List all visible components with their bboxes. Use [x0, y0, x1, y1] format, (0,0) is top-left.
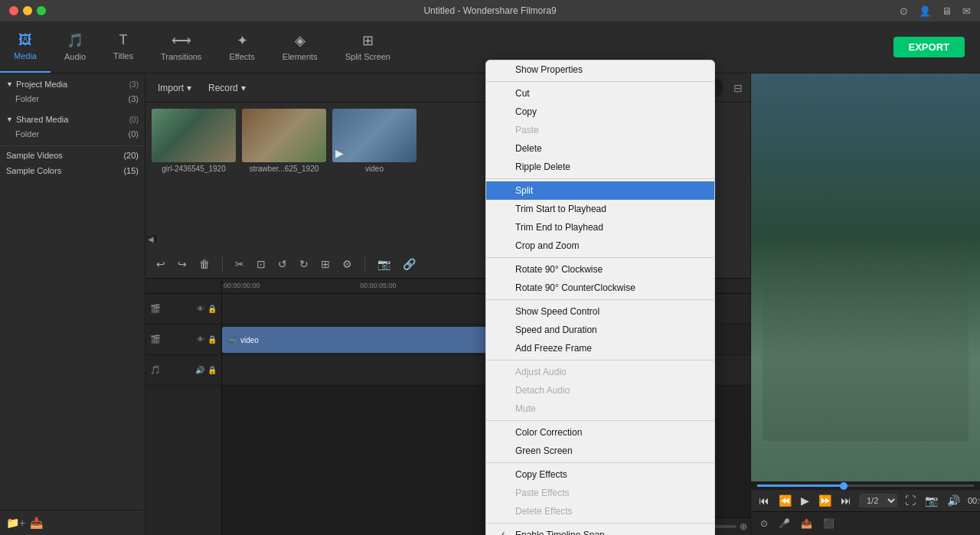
cm-freeze-frame[interactable]: Add Freeze Frame	[486, 339, 714, 357]
splitscreen-tab-icon: ⊞	[362, 32, 374, 49]
cm-copy-effects[interactable]: Copy Effects	[486, 465, 714, 484]
cut-button[interactable]: ✂	[232, 255, 247, 273]
new-folder-icon[interactable]: 📁+	[6, 517, 25, 529]
tab-splitscreen[interactable]: ⊞ Split Screen	[332, 21, 404, 73]
preview-skip-end-button[interactable]: ⏭	[839, 493, 853, 508]
sample-videos-count: (20)	[123, 151, 139, 160]
track2-visibility-button[interactable]: 👁	[197, 335, 204, 344]
preview-tool2[interactable]: 🎤	[776, 515, 793, 532]
cm-copy[interactable]: Copy	[486, 103, 714, 121]
delete-button[interactable]: 🗑	[196, 255, 213, 273]
cm-cut[interactable]: Cut	[486, 84, 714, 103]
cm-crop-zoom[interactable]: Crop and Zoom	[486, 237, 714, 255]
tab-effects[interactable]: ✦ Effects	[215, 21, 268, 73]
sample-colors-item[interactable]: Sample Colors (15)	[0, 163, 145, 178]
import-folder-icon[interactable]: 📥	[30, 517, 43, 529]
redo2-button[interactable]: ↻	[296, 255, 312, 273]
preview-tool4[interactable]: ⬛	[820, 515, 838, 532]
cm-show-properties[interactable]: Show Properties	[486, 60, 714, 79]
audio-track-icon[interactable]: 🔗	[400, 255, 419, 273]
cm-split[interactable]: Split	[486, 181, 714, 200]
preview-volume-button[interactable]: 🔊	[946, 493, 962, 508]
tab-titles[interactable]: T Titles	[100, 21, 147, 73]
cm-trim-end-label: Trim End to Playhead	[515, 222, 603, 233]
cm-separator-2	[486, 178, 714, 179]
cm-rotate-cw[interactable]: Rotate 90° Clockwise	[486, 260, 714, 279]
undo-button[interactable]: ↩	[153, 255, 168, 273]
shared-media-header[interactable]: ▼ Shared Media (0)	[0, 112, 145, 127]
preview-forward-button[interactable]: ⏩	[817, 493, 833, 508]
tab-elements[interactable]: ◈ Elements	[269, 21, 332, 73]
collapse-arrow-icon: ◀	[148, 235, 154, 243]
cm-ripple-delete[interactable]: Ripple Delete	[486, 158, 714, 176]
cm-mute: Mute	[486, 400, 714, 418]
settings-button[interactable]: ⚙	[339, 255, 355, 273]
crop-button[interactable]: ⊡	[253, 255, 269, 273]
preview-progress-bar[interactable]	[751, 481, 980, 490]
cm-crop-zoom-label: Crop and Zoom	[515, 240, 579, 251]
toolbar-divider	[222, 256, 223, 272]
preview-ratio-select[interactable]: 1/2 1/4 Full	[859, 494, 897, 507]
track1-visibility-button[interactable]: 👁	[197, 305, 204, 313]
cm-delete-label: Delete	[515, 143, 542, 154]
preview-tool3[interactable]: 📤	[798, 515, 815, 532]
track2-lock-button[interactable]: 🔒	[207, 335, 217, 344]
preview-progress-thumb	[840, 482, 848, 490]
tab-media[interactable]: 🖼 Media	[0, 21, 51, 73]
media-thumbnail[interactable]: strawber...625_1920	[242, 109, 326, 173]
cm-trim-end[interactable]: Trim End to Playhead	[486, 218, 714, 237]
cm-trim-start[interactable]: Trim Start to Playhead	[486, 200, 714, 218]
media-thumbnail[interactable]: ▶ video	[332, 109, 416, 173]
sample-videos-item[interactable]: Sample Videos (20)	[0, 148, 145, 163]
tab-transitions[interactable]: ⟷ Transitions	[147, 21, 215, 73]
preview-back-button[interactable]: ⏪	[777, 493, 793, 508]
shared-folder-label: Folder	[15, 129, 39, 139]
cm-rotate-ccw-label: Rotate 90° CounterClockwise	[515, 282, 635, 293]
preview-snapshot-button[interactable]: 📷	[923, 493, 939, 508]
track1-lock-button[interactable]: 🔒	[207, 305, 217, 313]
preview-fullscreen-button[interactable]: ⛶	[903, 493, 917, 508]
cm-enable-snap[interactable]: ✓ Enable Timeline Snap	[486, 526, 714, 535]
toolbar-divider2	[364, 256, 365, 272]
video-track-icon[interactable]: 📷	[374, 255, 394, 273]
panel-collapse-button[interactable]: ◀	[145, 235, 156, 243]
filter-icon[interactable]: ⊟	[733, 82, 743, 94]
cm-freeze-frame-label: Add Freeze Frame	[515, 343, 592, 354]
shared-media-folder[interactable]: Folder (0)	[0, 127, 145, 141]
audio-volume-button[interactable]: 🔊	[195, 366, 204, 374]
preview-progress-track[interactable]	[757, 484, 974, 487]
cm-green-screen[interactable]: Green Screen	[486, 442, 714, 460]
cm-copy-label: Copy	[515, 106, 537, 117]
cm-speed-duration[interactable]: Speed and Duration	[486, 321, 714, 339]
zoom-in-button[interactable]: ⊕	[740, 521, 747, 532]
project-media-header[interactable]: ▼ Project Media (3)	[0, 77, 145, 92]
cm-color-correction[interactable]: Color Correction	[486, 423, 714, 442]
export-button[interactable]: EXPORT	[893, 37, 965, 57]
preview-skip-start-button[interactable]: ⏮	[757, 493, 771, 508]
preview-people	[763, 196, 969, 441]
track2-header: 🎬 👁 🔒	[145, 325, 221, 355]
preview-tool1[interactable]: ⊙	[757, 515, 771, 532]
tab-audio[interactable]: 🎵 Audio	[51, 21, 100, 73]
project-media-folder[interactable]: Folder (3)	[0, 92, 145, 106]
preview-play-button[interactable]: ▶	[799, 493, 811, 508]
minimize-button[interactable]	[23, 6, 32, 15]
redo-button[interactable]: ↪	[175, 255, 190, 273]
cm-delete[interactable]: Delete	[486, 139, 714, 158]
preview-progress-fill	[757, 484, 844, 487]
traffic-lights	[9, 6, 46, 15]
maximize-button[interactable]	[37, 6, 46, 15]
audio-lock-button[interactable]: 🔒	[207, 366, 217, 374]
zoom-fit-button[interactable]: ⊞	[318, 255, 333, 273]
thumbnail-video-image: ▶	[332, 109, 416, 162]
media-thumbnail[interactable]: girl-2436545_1920	[152, 109, 236, 173]
close-button[interactable]	[9, 6, 18, 15]
import-button[interactable]: Import ▾	[153, 80, 196, 96]
record-button[interactable]: Record ▾	[204, 80, 250, 96]
cm-delete-effects-label: Delete Effects	[515, 506, 572, 517]
undo2-button[interactable]: ↺	[275, 255, 290, 273]
cm-separator-7	[486, 462, 714, 463]
cm-rotate-ccw[interactable]: Rotate 90° CounterClockwise	[486, 279, 714, 297]
message-icon: ✉	[962, 5, 971, 17]
cm-show-speed[interactable]: Show Speed Control	[486, 302, 714, 321]
